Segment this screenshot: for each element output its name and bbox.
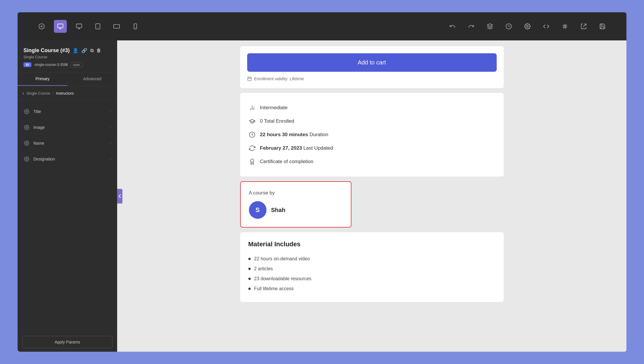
menu-label-name: Name xyxy=(33,141,107,146)
toolbar-actions xyxy=(446,20,609,33)
last-updated-row: February 27, 2023 Last Updated xyxy=(248,141,496,155)
top-toolbar xyxy=(18,12,626,40)
tab-advanced[interactable]: Advanced xyxy=(67,72,117,86)
course-info-section: Intermediate 0 Total Enrolled 22 hours 3… xyxy=(240,93,504,177)
main-container: Single Course (#3) 👤 🔗 ⧉ 🗑 Single Course… xyxy=(18,40,626,352)
chevron-right-icon-name: › xyxy=(110,141,111,145)
gear-icon-name xyxy=(23,140,30,146)
instructor-card: A course by S Shah xyxy=(240,181,351,228)
sidebar-menu: Title › Image › Name › xyxy=(18,101,117,332)
breadcrumb-parent[interactable]: Single Course xyxy=(26,91,50,95)
add-to-cart-button[interactable]: Add to cart xyxy=(247,53,497,72)
sidebar-id-row: ID -single-course-3-3598 state xyxy=(23,62,111,67)
redo-icon[interactable] xyxy=(465,20,478,33)
level-row: Intermediate xyxy=(248,101,496,115)
material-includes-title: Material Includes xyxy=(248,240,496,248)
level-label: Intermediate xyxy=(260,105,288,111)
trash-icon: 🗑 xyxy=(96,48,101,53)
svg-line-20 xyxy=(583,24,586,27)
clock-icon xyxy=(248,131,256,139)
svg-point-33 xyxy=(250,159,254,162)
instructor-section-title: A course by xyxy=(249,190,343,196)
enrolled-label: 0 Total Enrolled xyxy=(260,118,294,124)
menu-item-name[interactable]: Name › xyxy=(18,135,117,151)
svg-rect-25 xyxy=(248,77,251,81)
sidebar-tabs: Primary Advanced xyxy=(18,72,117,86)
apply-params-button[interactable]: Apply Params xyxy=(22,336,112,348)
bullet-icon-1 xyxy=(248,268,251,270)
settings-icon[interactable] xyxy=(521,20,534,33)
desktop-icon[interactable] xyxy=(54,20,67,33)
widescreen-icon[interactable] xyxy=(110,20,123,33)
menu-label-designation: Designation xyxy=(33,157,107,161)
bullet-icon-3 xyxy=(248,288,251,290)
mobile-icon[interactable] xyxy=(129,20,142,33)
svg-rect-3 xyxy=(58,24,63,28)
instructor-info: S Shah xyxy=(249,201,343,219)
svg-point-22 xyxy=(26,127,28,128)
save-icon[interactable] xyxy=(596,20,609,33)
calendar-icon xyxy=(247,76,252,81)
tab-primary[interactable]: Primary xyxy=(18,72,67,86)
code-icon[interactable] xyxy=(540,20,553,33)
enrollment-validity-text: Enrollment validity: Lifetime xyxy=(254,76,304,81)
certificate-row: Certificate of completion xyxy=(248,155,496,168)
enrolled-row: 0 Total Enrolled xyxy=(248,115,496,128)
svg-point-24 xyxy=(26,158,28,160)
svg-point-23 xyxy=(26,143,28,144)
last-updated-label: February 27, 2023 Last Updated xyxy=(260,145,333,151)
svg-line-18 xyxy=(564,24,564,29)
page-content: Add to cart Enrollment validity: Lifetim… xyxy=(240,46,504,346)
chevron-right-icon-designation: › xyxy=(110,157,111,161)
undo-icon[interactable] xyxy=(446,20,459,33)
export-icon[interactable] xyxy=(577,20,590,33)
enrollment-validity: Enrollment validity: Lifetime xyxy=(247,76,497,81)
svg-point-21 xyxy=(26,111,28,112)
breadcrumb-back-arrow[interactable]: ‹ xyxy=(22,90,24,96)
hash-icon[interactable] xyxy=(558,20,571,33)
user-icon: 👤 xyxy=(73,48,78,53)
material-item-1: 2 articles xyxy=(248,264,496,274)
duration-row: 22 hours 30 minutes Duration xyxy=(248,128,496,141)
state-badge: state xyxy=(70,62,83,67)
svg-line-19 xyxy=(566,24,566,29)
link-icon: 🔗 xyxy=(81,48,87,53)
svg-rect-6 xyxy=(76,24,82,28)
chevron-right-icon-image: › xyxy=(110,125,111,129)
enrolled-icon xyxy=(248,117,256,125)
material-item-3: Full lifetime access xyxy=(248,284,496,294)
sidebar-title: Single Course (#3) 👤 🔗 ⧉ 🗑 xyxy=(23,47,111,54)
bullet-icon-2 xyxy=(248,278,251,280)
certificate-label: Certificate of completion xyxy=(260,159,313,165)
material-item-text-0: 22 hours on-demand video xyxy=(254,256,310,262)
material-item-2: 23 downloadable resources xyxy=(248,274,496,284)
breadcrumb: ‹ Single Course / Instructors xyxy=(18,86,117,101)
sidebar-title-text: Single Course (#3) xyxy=(23,47,70,54)
bullet-icon-0 xyxy=(248,258,251,260)
collapse-panel-toggle[interactable] xyxy=(117,189,122,204)
toolbar-device-icons xyxy=(35,20,142,33)
history-icon[interactable] xyxy=(502,20,515,33)
menu-label-image: Image xyxy=(33,125,107,130)
svg-rect-11 xyxy=(114,25,119,28)
instructor-name: Shah xyxy=(271,207,286,213)
copy-icon: ⧉ xyxy=(90,48,93,53)
gear-icon-title xyxy=(23,108,30,115)
plus-icon[interactable] xyxy=(35,20,48,33)
material-section: Material Includes 22 hours on-demand vid… xyxy=(240,232,504,302)
material-item-0: 22 hours on-demand video xyxy=(248,254,496,264)
material-item-text-3: Full lifetime access xyxy=(254,286,294,291)
menu-item-image[interactable]: Image › xyxy=(18,119,117,135)
menu-item-designation[interactable]: Designation › xyxy=(18,151,117,167)
gear-icon-image xyxy=(23,124,30,131)
level-icon xyxy=(248,104,256,112)
sidebar: Single Course (#3) 👤 🔗 ⧉ 🗑 Single Course… xyxy=(18,40,117,352)
material-item-text-1: 2 articles xyxy=(254,266,273,271)
layers-icon[interactable] xyxy=(484,20,496,33)
duration-label: 22 hours 30 minutes Duration xyxy=(260,132,328,138)
menu-item-title[interactable]: Title › xyxy=(18,104,117,119)
breadcrumb-current: Instructors xyxy=(56,91,74,95)
avatar: S xyxy=(249,201,267,219)
tablet-icon[interactable] xyxy=(91,20,104,33)
monitor-icon[interactable] xyxy=(73,20,86,33)
